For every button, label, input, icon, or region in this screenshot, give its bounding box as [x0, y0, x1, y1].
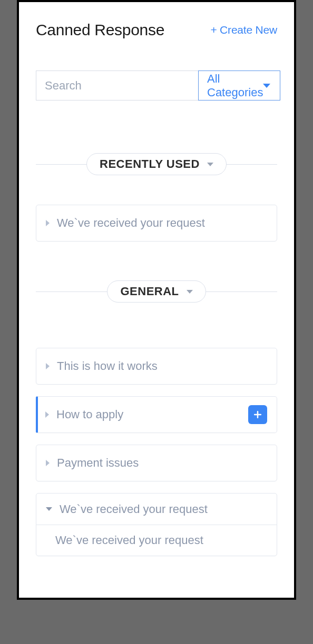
- list-item[interactable]: Payment issues: [36, 445, 277, 481]
- list-item-label: We`ve received your request: [60, 502, 208, 516]
- section-divider-recently-used: RECENTLY USED: [36, 153, 277, 175]
- list-item[interactable]: How to apply: [36, 396, 277, 433]
- section-divider-general: GENERAL: [36, 280, 277, 303]
- chevron-right-icon: [46, 220, 50, 226]
- list-item-label: How to apply: [56, 408, 123, 421]
- category-select[interactable]: All Categories: [198, 71, 280, 100]
- panel-header: Canned Response + Create New: [36, 21, 277, 39]
- list-item-label: This is how it works: [57, 359, 158, 373]
- chevron-right-icon: [46, 363, 50, 369]
- list-item[interactable]: We`ve received your request We`ve receiv…: [36, 493, 277, 556]
- chevron-down-icon: [207, 163, 213, 166]
- list-item-header[interactable]: We`ve received your request: [36, 494, 277, 525]
- search-input[interactable]: [36, 71, 199, 100]
- list-sub-item[interactable]: We`ve received your request: [36, 525, 277, 556]
- page-title: Canned Response: [36, 21, 164, 39]
- search-row: All Categories: [36, 71, 277, 100]
- section-toggle-recently-used[interactable]: RECENTLY USED: [86, 153, 227, 175]
- list-item-label: Payment issues: [57, 456, 139, 470]
- chevron-right-icon: [46, 460, 50, 466]
- add-button[interactable]: [248, 405, 267, 424]
- section-label: GENERAL: [120, 285, 179, 298]
- section-label: RECENTLY USED: [100, 157, 200, 171]
- category-select-label: All Categories: [207, 72, 263, 99]
- create-new-button[interactable]: + Create New: [210, 24, 277, 36]
- chevron-right-icon: [45, 411, 49, 418]
- chevron-down-icon: [46, 507, 52, 511]
- canned-response-panel: Canned Response + Create New All Categor…: [17, 0, 296, 600]
- general-list: This is how it works How to apply Paymen…: [36, 348, 277, 556]
- chevron-down-icon: [263, 84, 270, 88]
- list-item[interactable]: This is how it works: [36, 348, 277, 385]
- recently-used-list: We`ve received your request: [36, 205, 277, 242]
- plus-icon: [252, 409, 263, 420]
- list-sub-item-label: We`ve received your request: [55, 534, 203, 547]
- chevron-down-icon: [187, 290, 193, 294]
- list-item-label: We`ve received your request: [57, 216, 205, 230]
- section-toggle-general[interactable]: GENERAL: [107, 280, 206, 303]
- list-item[interactable]: We`ve received your request: [36, 205, 277, 242]
